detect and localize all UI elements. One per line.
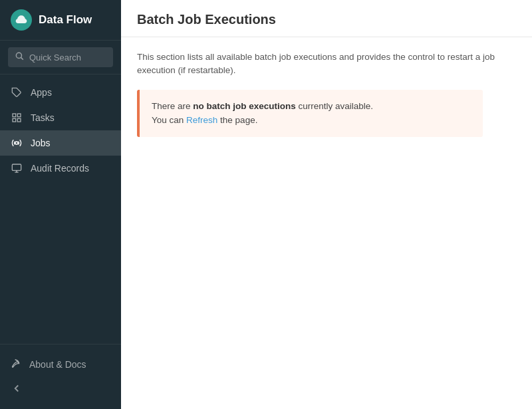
sidebar-item-tasks[interactable]: Tasks (0, 105, 121, 130)
alert-bold-text: no batch job executions (193, 101, 296, 111)
refresh-link[interactable]: Refresh (186, 115, 217, 125)
chevron-left-icon (11, 382, 23, 397)
sidebar-title: Data Flow (39, 13, 92, 27)
page-body: This section lists all available batch j… (121, 37, 532, 150)
search-placeholder: Quick Search (29, 53, 81, 63)
sidebar-item-apps[interactable]: Apps (0, 80, 121, 105)
collapse-sidebar-button[interactable] (8, 377, 113, 402)
svg-line-1 (21, 58, 23, 60)
page-description: This section lists all available batch j… (137, 51, 516, 78)
sidebar-item-jobs[interactable]: Jobs (0, 130, 121, 156)
svg-rect-4 (17, 114, 21, 117)
leaf-icon (11, 358, 21, 370)
main-content: Batch Job Executions This section lists … (121, 0, 532, 409)
search-box[interactable]: Quick Search (8, 47, 113, 67)
page-header: Batch Job Executions (121, 0, 532, 37)
svg-point-0 (16, 53, 21, 58)
about-docs-link[interactable]: About & Docs (8, 351, 113, 377)
alert-text-middle: currently available. (296, 101, 373, 111)
alert-text-after: the page. (217, 115, 257, 125)
search-icon (15, 51, 24, 63)
audit-icon (11, 162, 23, 174)
sidebar-header: Data Flow (0, 0, 121, 41)
page-title: Batch Job Executions (137, 12, 516, 27)
app-logo (11, 9, 32, 31)
sidebar-item-audit-records-label: Audit Records (31, 163, 89, 174)
svg-rect-5 (13, 118, 16, 122)
alert-text-before: There are (152, 101, 193, 111)
svg-point-7 (15, 142, 18, 144)
svg-rect-8 (12, 164, 21, 170)
sidebar-item-tasks-label: Tasks (31, 112, 55, 123)
alert-text-line2: You can (152, 115, 186, 125)
sidebar-footer: About & Docs (0, 344, 121, 409)
sidebar-item-jobs-label: Jobs (31, 138, 51, 148)
sidebar-item-apps-label: Apps (31, 87, 52, 98)
no-executions-alert: There are no batch job executions curren… (137, 90, 483, 137)
about-docs-label: About & Docs (29, 359, 86, 370)
tasks-icon (11, 112, 23, 124)
svg-rect-3 (13, 114, 16, 117)
sidebar-item-audit-records[interactable]: Audit Records (0, 156, 121, 181)
tag-icon (11, 86, 23, 98)
sidebar-search-container[interactable]: Quick Search (0, 41, 121, 74)
sidebar-nav: Apps Tasks Jobs (0, 74, 121, 344)
svg-rect-6 (17, 118, 21, 122)
jobs-icon (11, 137, 23, 149)
sidebar: Data Flow Quick Search Apps (0, 0, 121, 409)
